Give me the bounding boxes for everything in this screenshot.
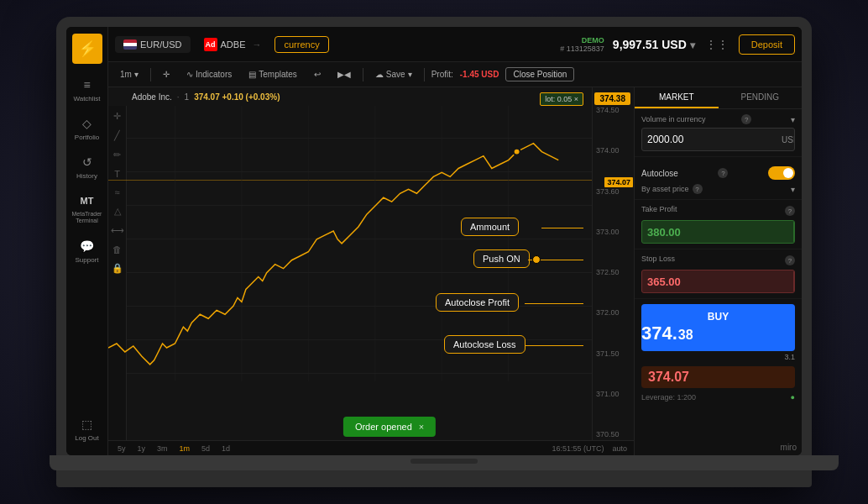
save-btn[interactable]: ☁ Save ▾ (370, 68, 417, 81)
annotation-profit-line (525, 303, 583, 304)
period-1d[interactable]: 1d (219, 444, 233, 454)
close-position-button[interactable]: Close Position (505, 67, 574, 81)
buy-label: BUY (641, 311, 795, 323)
sidebar-item-support[interactable]: 💬 Support (66, 232, 107, 270)
buy-price-display: 374.38 (641, 323, 795, 344)
autoclose-section: Autoclose ? By asset price ? ▾ (635, 157, 802, 200)
buy-button[interactable]: BUY 374.38 (641, 304, 795, 351)
volume-label-row: Volume in currency ? ▾ (641, 114, 795, 124)
logout-icon: ⬚ (80, 417, 95, 432)
undo-btn[interactable]: ↩ (309, 68, 326, 81)
sl-increment[interactable]: + (793, 270, 795, 281)
period-3m[interactable]: 3m (154, 444, 170, 454)
app-container: ⚡ ≡ Watchlist ◇ Portfolio ↺ History (66, 27, 802, 455)
tp-decrement[interactable]: − (793, 232, 795, 243)
tp-increment[interactable]: + (793, 221, 795, 232)
period-1m[interactable]: 1m (177, 444, 193, 454)
svg-text:⚡: ⚡ (78, 39, 97, 58)
lot-badge: lot: 0.05 × (540, 92, 583, 106)
support-icon: 💬 (80, 239, 95, 254)
volume-btn[interactable]: ▶◀ (332, 68, 356, 81)
tp-label: Take Profit (641, 205, 677, 213)
sidebar-item-logout[interactable]: ⬚ Log Out (71, 410, 102, 449)
buy-section: BUY 374.38 3.1 (641, 304, 795, 361)
tab-market[interactable]: MARKET (635, 87, 719, 108)
watchlist-icon: ≡ (80, 77, 95, 92)
order-opened-banner: Order opened × (343, 417, 436, 437)
period-1y[interactable]: 1y (135, 444, 149, 454)
toolbar-sep-2 (363, 68, 363, 81)
sidebar-item-watchlist[interactable]: ≡ Watchlist (66, 71, 107, 109)
tab-eurusd[interactable]: EUR/USD (115, 36, 191, 53)
sell-area: 374.07 (641, 366, 795, 388)
volume-expand[interactable]: ▾ (791, 115, 795, 124)
timeframe-selector[interactable]: 1m ▾ (115, 68, 144, 81)
amount-unit: USD (778, 135, 795, 144)
chart-info-bar: Adobe Inc. · 1 374.07 +0.10 (+0.03%) (132, 92, 280, 102)
tp-input-row: + − (641, 220, 795, 244)
sidebar-item-portfolio[interactable]: ◇ Portfolio (66, 109, 107, 148)
tp-label-row: Take Profit ? (641, 205, 795, 217)
volume-info-btn[interactable]: ? (741, 114, 751, 124)
balance-display: 9,997.51 USD ▾ (613, 38, 695, 51)
sl-label-row: Stop Loss ? (641, 255, 795, 266)
history-icon: ↺ (80, 155, 95, 170)
main-content: EUR/USD Ad ADBE → currency DEMO (108, 27, 802, 455)
sidebar-item-mt[interactable]: MT MetaTraderTerminal (66, 186, 107, 232)
sl-decrement[interactable]: − (793, 281, 795, 292)
annotation-amount-line (541, 228, 583, 228)
chart-area: ✛ ╱ ✏ T ≈ △ ⟷ 🗑 🔒 (108, 87, 802, 455)
autoclose-toggle[interactable] (768, 166, 795, 180)
period-5d[interactable]: 5d (199, 444, 212, 454)
order-banner-close[interactable]: × (419, 422, 424, 432)
tab-currency[interactable]: currency (275, 36, 328, 53)
stop-loss-section: Stop Loss ? + − (635, 249, 802, 299)
sidebar-item-history[interactable]: ↺ History (66, 148, 107, 186)
tab-pending[interactable]: PENDING (719, 87, 803, 108)
autoclose-label: Autoclose (641, 169, 678, 178)
sl-stepper: + − (793, 270, 795, 292)
templates-btn[interactable]: ▤ Templates (243, 68, 302, 81)
autoclose-toggle-row: Autoclose ? (641, 162, 795, 184)
svg-point-8 (514, 149, 520, 155)
amount-input[interactable] (642, 130, 778, 149)
mt-icon: MT (80, 193, 95, 208)
right-panel: MARKET PENDING Volume in currency ? ▾ (634, 87, 802, 455)
deposit-button[interactable]: Deposit (739, 34, 795, 55)
chart[interactable]: ✛ ╱ ✏ T ≈ △ ⟷ 🗑 🔒 (108, 87, 634, 455)
laptop-screen: ⚡ ≡ Watchlist ◇ Portfolio ↺ History (66, 27, 802, 455)
chart-svg (108, 106, 592, 381)
laptop-base (50, 455, 839, 470)
profit-value: -1.45 USD (460, 70, 499, 79)
amount-input-row: USD + − (641, 128, 795, 151)
by-asset-info-btn[interactable]: ? (693, 184, 703, 194)
sl-info-btn[interactable]: ? (785, 255, 795, 265)
sl-label: Stop Loss (641, 255, 675, 263)
logo: ⚡ (72, 34, 102, 64)
sell-price: 374.07 (648, 370, 788, 385)
annotation-loss-line (525, 345, 583, 346)
period-5y[interactable]: 5y (115, 444, 128, 454)
portfolio-icon: ◇ (80, 116, 95, 131)
sidebar-bottom: ⬚ Log Out (71, 410, 102, 449)
toolbar: 1m ▾ ✛ ∿ Indicators ▤ Templates (108, 62, 802, 87)
by-asset-expand[interactable]: ▾ (791, 185, 795, 194)
tab-adbe[interactable]: Ad ADBE → (196, 34, 270, 55)
autoclose-info-btn[interactable]: ? (718, 168, 728, 178)
chart-y-axis: 374.50 374.00 373.60 373.00 372.50 372.0… (592, 87, 634, 455)
stop-loss-input[interactable] (642, 272, 793, 291)
flag-icon (123, 39, 137, 50)
tp-info-btn[interactable]: ? (785, 206, 795, 216)
take-profit-input[interactable] (642, 223, 793, 242)
grid-icon[interactable]: ⋮⋮ (705, 38, 729, 51)
miro-badge: miro (781, 443, 797, 452)
toolbar-sep-3 (424, 68, 425, 81)
take-profit-section: Take Profit ? + − (635, 200, 802, 249)
indicators-btn[interactable]: ∿ Indicators (181, 68, 237, 81)
sl-input-row: + − (641, 270, 795, 293)
cursor-tool[interactable]: ✛ (158, 68, 175, 81)
tp-stepper: + − (793, 221, 795, 243)
by-asset-label: By asset price (641, 185, 689, 193)
spread-display: 3.1 (641, 353, 795, 361)
volume-section: Volume in currency ? ▾ USD + − (635, 109, 802, 157)
